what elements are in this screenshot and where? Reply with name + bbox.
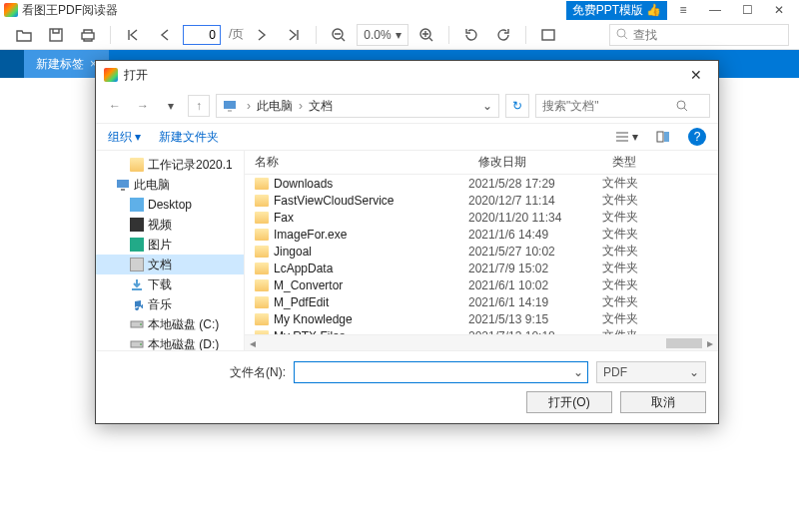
file-row[interactable]: LcAppData2021/7/9 15:02文件夹 [245, 260, 718, 276]
rotate-right-button[interactable] [489, 22, 517, 48]
file-row[interactable]: My RTX Files2021/7/13 10:18文件夹 [245, 327, 718, 334]
save-button[interactable] [42, 22, 70, 48]
zoom-out-button[interactable] [325, 22, 353, 48]
maximize-button[interactable]: ☐ [731, 0, 763, 20]
prev-page-button[interactable] [151, 22, 179, 48]
folder-tree[interactable]: 工作记录2020.1此电脑Desktop视频图片文档下载音乐本地磁盘 (C:)本… [96, 151, 245, 350]
crumb-docs[interactable]: 文档 [309, 98, 333, 115]
file-type-filter[interactable]: PDF⌄ [596, 361, 706, 383]
filename-input-wrap[interactable]: ⌄ [294, 361, 588, 383]
tree-item[interactable]: Desktop [96, 195, 244, 215]
file-name: Jingoal [274, 245, 312, 259]
file-row[interactable]: FastViewCloudService2020/12/7 11:14文件夹 [245, 192, 718, 209]
col-date[interactable]: 修改日期 [468, 154, 602, 171]
file-row[interactable]: Fax2020/11/20 11:34文件夹 [245, 209, 718, 226]
print-button[interactable] [74, 22, 102, 48]
app-titlebar: 看图王PDF阅读器 免费PPT模版 👍 ≡ — ☐ ✕ [0, 0, 799, 20]
zoom-combobox[interactable]: 0.0%▾ [357, 24, 407, 46]
horizontal-scrollbar[interactable]: ◂ ▸ [245, 334, 718, 350]
tab-label: 新建标签 [36, 56, 84, 73]
nav-recent-button[interactable]: ▾ [160, 95, 182, 117]
tree-item[interactable]: 下载 [96, 274, 244, 294]
dialog-nav: ← → ▾ ↑ › 此电脑 › 文档 ⌄ ↻ [96, 89, 718, 123]
preview-pane-button[interactable] [656, 131, 670, 143]
tree-item[interactable]: 视频 [96, 215, 244, 235]
folder-icon [255, 279, 269, 291]
app-title: 看图王PDF阅读器 [22, 2, 118, 19]
search-input[interactable] [633, 28, 763, 42]
close-app-button[interactable]: ✕ [763, 0, 795, 20]
search-box[interactable] [609, 24, 789, 46]
file-name: M_PdfEdit [274, 295, 329, 309]
nav-up-button[interactable]: ↑ [188, 95, 210, 117]
nav-back-button[interactable]: ← [104, 95, 126, 117]
breadcrumb[interactable]: › 此电脑 › 文档 ⌄ [216, 94, 499, 118]
menu-button[interactable]: ≡ [667, 0, 699, 20]
pic-icon [130, 238, 144, 252]
scroll-thumb[interactable] [666, 338, 702, 348]
vid-icon [130, 218, 144, 232]
crumb-dropdown-icon[interactable]: ⌄ [482, 99, 492, 113]
nav-forward-button[interactable]: → [132, 95, 154, 117]
help-button[interactable]: ? [688, 128, 706, 146]
crumb-sep-icon: › [247, 99, 251, 113]
chevron-down-icon[interactable]: ⌄ [573, 365, 583, 379]
file-type: 文件夹 [602, 226, 712, 243]
refresh-button[interactable]: ↻ [505, 94, 529, 118]
tree-item[interactable]: 图片 [96, 235, 244, 255]
tree-item[interactable]: 文档 [96, 255, 244, 274]
list-icon [615, 131, 629, 143]
scroll-left-icon[interactable]: ◂ [245, 336, 261, 350]
tree-item[interactable]: 本地磁盘 (D:) [96, 334, 244, 350]
file-row[interactable]: ImageFor.exe2021/1/6 14:49文件夹 [245, 226, 718, 243]
page-total-label: /页 [229, 26, 244, 43]
open-file-button[interactable] [10, 22, 38, 48]
search-icon [676, 100, 689, 113]
chevron-down-icon: ⌄ [689, 365, 699, 379]
new-folder-button[interactable]: 新建文件夹 [159, 129, 219, 146]
tree-item[interactable]: 工作记录2020.1 [96, 155, 244, 175]
filename-label: 文件名(N): [226, 364, 286, 381]
file-date: 2021/5/13 9:15 [468, 312, 602, 326]
col-name[interactable]: 名称 [245, 154, 468, 171]
folder-icon [255, 212, 269, 224]
view-mode-button[interactable]: ▾ [615, 130, 638, 144]
file-row[interactable]: My Knowledge2021/5/13 9:15文件夹 [245, 310, 718, 327]
file-type: 文件夹 [602, 293, 712, 310]
next-page-button[interactable] [248, 22, 276, 48]
page-number-input[interactable] [183, 25, 221, 45]
tree-item[interactable]: 此电脑 [96, 175, 244, 195]
tree-item[interactable]: 本地磁盘 (C:) [96, 314, 244, 334]
file-list-header[interactable]: 名称 修改日期 类型 [245, 151, 718, 175]
mus-icon [130, 297, 144, 311]
rotate-left-button[interactable] [457, 22, 485, 48]
file-row[interactable]: M_PdfEdit2021/6/1 14:19文件夹 [245, 293, 718, 310]
ad-banner[interactable]: 免费PPT模版 👍 [566, 1, 667, 20]
file-row[interactable]: M_Convertor2021/6/1 10:02文件夹 [245, 276, 718, 293]
thumb-up-icon: 👍 [646, 3, 661, 17]
organize-button[interactable]: 组织 ▾ [108, 129, 141, 146]
minimize-button[interactable]: — [699, 0, 731, 20]
file-type: 文件夹 [602, 192, 712, 209]
file-row[interactable]: Downloads2021/5/28 17:29文件夹 [245, 175, 718, 192]
fit-width-button[interactable] [534, 22, 562, 48]
dialog-search-input[interactable] [542, 99, 672, 113]
crumb-pc[interactable]: 此电脑 [257, 98, 293, 115]
disk-icon [130, 317, 144, 331]
file-row[interactable]: Jingoal2021/5/27 10:02文件夹 [245, 243, 718, 260]
tree-item[interactable]: 音乐 [96, 294, 244, 314]
dialog-search-box[interactable] [535, 94, 710, 118]
zoom-in-button[interactable] [412, 22, 440, 48]
dialog-close-button[interactable]: ✕ [682, 67, 710, 83]
open-button[interactable]: 打开(O) [526, 391, 612, 413]
scroll-right-icon[interactable]: ▸ [702, 336, 718, 350]
dialog-titlebar: 打开 ✕ [96, 61, 718, 89]
cancel-button[interactable]: 取消 [620, 391, 706, 413]
file-rows[interactable]: Downloads2021/5/28 17:29文件夹FastViewCloud… [245, 175, 718, 334]
last-page-button[interactable] [280, 22, 308, 48]
filename-input[interactable] [299, 365, 573, 379]
svg-point-7 [677, 101, 685, 109]
col-type[interactable]: 类型 [602, 154, 712, 171]
first-page-button[interactable] [119, 22, 147, 48]
tab-handle[interactable] [0, 50, 24, 78]
